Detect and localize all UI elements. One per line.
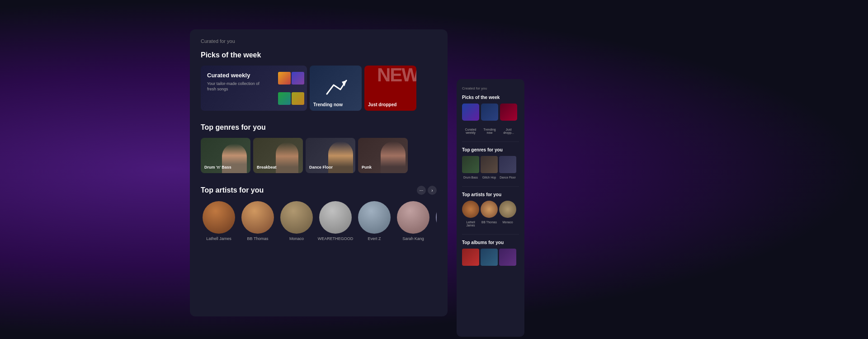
mini-panel: Created for you Picks of the week Curate… <box>457 79 524 337</box>
punk-genre-label: Punk <box>362 165 372 170</box>
curated-label: Curated for you <box>201 38 437 44</box>
mini-genre-label-1: Drum Bass <box>462 176 479 179</box>
mini-album-2[interactable] <box>481 249 498 266</box>
artist-avatar-bb <box>241 201 274 234</box>
genre-card-breakbeat[interactable]: Breakbeat <box>253 138 303 173</box>
album-thumb-2 <box>292 72 304 85</box>
artist-name-sarah: Sarah Kang <box>395 236 431 241</box>
curated-weekly-desc: Your tailor-made collection of fresh son… <box>207 81 269 92</box>
mini-artist-label-2: BB Thomas <box>481 221 498 227</box>
punk-person-icon <box>381 141 406 173</box>
picks-title: Picks of the week <box>201 51 437 59</box>
artist-name-am: A.M. <box>434 236 437 241</box>
genres-row: Drum 'n' Bass Breakbeat Dance Floor Pu <box>201 138 437 173</box>
genre-card-dance[interactable]: Dance Floor <box>306 138 355 173</box>
mini-pick-label-3: Just dropp... <box>500 128 517 134</box>
artists-row: Lathell James BB Thomas Monaco WEARETHEG… <box>201 201 437 241</box>
mini-artists-row <box>462 201 519 218</box>
curated-weekly-card[interactable]: Curated weekly Your tailor-made collecti… <box>201 66 307 111</box>
artist-card-sarah[interactable]: Sarah Kang <box>395 201 431 241</box>
new-text: NEW <box>377 66 416 85</box>
mini-pick-labels: Curated weekly Trending now Just dropp..… <box>462 128 519 134</box>
artist-name-bb: BB Thomas <box>240 236 276 241</box>
mini-artist-avatar-3[interactable] <box>499 201 516 218</box>
artist-avatar-evert <box>358 201 391 234</box>
drum-genre-label: Drum 'n' Bass <box>204 165 231 170</box>
mini-artist-avatar-1[interactable] <box>462 201 479 218</box>
genres-title: Top genres for you <box>201 123 437 132</box>
artist-name-monaco: Monaco <box>278 236 315 241</box>
divider-3 <box>462 234 519 235</box>
just-dropped-card[interactable]: NEW Just dropped <box>364 66 416 111</box>
trending-now-card[interactable]: Trending now <box>310 66 362 111</box>
album-thumb-3 <box>278 92 291 105</box>
mini-genre-labels: Drum Bass Glitch Hop Dance Floor <box>462 176 519 179</box>
artist-name-lathell: Lathell James <box>201 236 237 241</box>
artists-nav: ··· › <box>417 186 437 195</box>
dropped-label: Just dropped <box>368 102 396 107</box>
mini-genres-row <box>462 156 519 173</box>
mini-albums-title: Top albums for you <box>462 240 519 245</box>
mini-genre-2[interactable] <box>481 156 498 173</box>
curated-weekly-title: Curated weekly <box>207 72 269 79</box>
mini-pick-label-1: Curated weekly <box>462 128 479 134</box>
main-panel: Curated for you Picks of the week Curate… <box>190 29 448 316</box>
artist-name-evert: Evert Z <box>356 236 392 241</box>
artist-card-bb[interactable]: BB Thomas <box>240 201 276 241</box>
artist-avatar-monaco <box>280 201 313 234</box>
artist-avatar-lathell <box>203 201 235 234</box>
mini-genre-label-2: Glitch Hop <box>481 176 498 179</box>
trending-arrow-icon <box>325 78 347 96</box>
mini-pick-label-2: Trending now <box>481 128 498 134</box>
mini-pick-1[interactable] <box>462 104 479 121</box>
mini-pick-2[interactable] <box>481 104 498 121</box>
mini-created-label: Created for you <box>462 86 519 90</box>
mini-artist-label-1: Lathell James <box>462 221 479 227</box>
mini-picks-row <box>462 104 519 121</box>
curated-album-thumbnails <box>275 66 307 111</box>
artists-header: Top artists for you ··· › <box>201 186 437 195</box>
mini-artist-label-3: Monaco <box>499 221 516 227</box>
artist-card-lathell[interactable]: Lathell James <box>201 201 237 241</box>
mini-artist-labels: Lathell James BB Thomas Monaco <box>462 221 519 227</box>
album-thumb-4 <box>292 92 304 105</box>
album-thumb-1 <box>278 72 291 85</box>
dance-genre-label: Dance Floor <box>309 165 333 170</box>
artist-card-evert[interactable]: Evert Z <box>356 201 392 241</box>
genre-card-punk[interactable]: Punk <box>358 138 408 173</box>
artist-card-am[interactable]: A.M. <box>434 201 437 241</box>
mini-album-1[interactable] <box>462 249 479 266</box>
break-person-icon <box>276 142 298 173</box>
picks-grid: Curated weekly Your tailor-made collecti… <box>201 66 437 111</box>
mini-artist-avatar-2[interactable] <box>481 201 498 218</box>
mini-genre-label-3: Dance Floor <box>499 176 516 179</box>
divider-1 <box>462 141 519 142</box>
mini-genres-title: Top genres for you <box>462 147 519 152</box>
artists-next-button[interactable]: › <box>428 186 437 195</box>
artist-name-weare: WEARETHEGOOD <box>317 236 354 241</box>
artist-card-monaco[interactable]: Monaco <box>278 201 315 241</box>
mini-album-3[interactable] <box>499 249 516 266</box>
divider-2 <box>462 186 519 187</box>
artist-avatar-weare <box>319 201 352 234</box>
artists-title: Top artists for you <box>201 186 264 194</box>
mini-albums-row <box>462 249 519 266</box>
artist-avatar-am <box>436 201 437 234</box>
mini-pick-3[interactable] <box>500 104 517 121</box>
breakbeat-genre-label: Breakbeat <box>257 165 277 170</box>
mini-artists-title: Top artists for you <box>462 192 519 197</box>
artist-avatar-sarah <box>397 201 429 234</box>
mini-genre-1[interactable] <box>462 156 479 173</box>
artist-card-weare[interactable]: WEARETHEGOOD <box>317 201 354 241</box>
artists-more-button[interactable]: ··· <box>417 186 426 195</box>
mini-genre-3[interactable] <box>499 156 516 173</box>
mini-picks-title: Picks of the week <box>462 95 519 100</box>
trending-label: Trending now <box>313 102 343 107</box>
genre-card-drum[interactable]: Drum 'n' Bass <box>201 138 250 173</box>
